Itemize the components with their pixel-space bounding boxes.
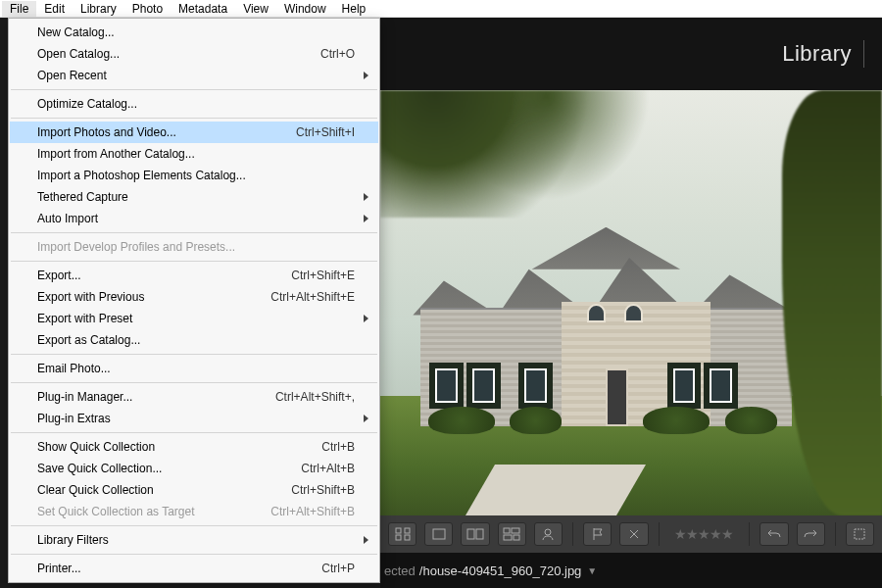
menu-item-open-recent[interactable]: Open Recent [10,65,378,86]
menu-item-import-from-another-catalog[interactable]: Import from Another Catalog... [10,143,378,165]
menubar-item-help[interactable]: Help [334,1,374,17]
menu-item-optimize-catalog[interactable]: Optimize Catalog... [10,93,378,115]
menu-item-shortcut: Ctrl+Alt+Shift+E [270,290,355,304]
menu-separator [11,554,377,555]
menu-item-export[interactable]: Export...Ctrl+Shift+E [10,265,378,286]
menu-item-label: Auto Import [37,212,355,225]
menu-separator [11,354,377,355]
menu-item-label: Library Filters [37,533,355,547]
menu-separator [11,432,377,433]
menu-item-shortcut: Ctrl+O [320,47,355,61]
menu-item-shortcut: Ctrl+Shift+B [291,483,355,497]
menu-item-plug-in-extras[interactable]: Plug-in Extras [10,408,378,429]
menu-item-shortcut: Ctrl+Shift+I [296,125,355,139]
menu-item-label: Printer... [37,562,321,575]
menu-item-label: Export... [37,269,291,282]
menu-item-shortcut: Ctrl+Shift+E [291,269,355,282]
menu-item-label: New Catalog... [37,25,355,39]
svg-rect-2 [396,535,401,540]
menu-item-open-catalog[interactable]: Open Catalog...Ctrl+O [10,43,378,65]
menu-item-clear-quick-collection[interactable]: Clear Quick CollectionCtrl+Shift+B [10,479,378,501]
svg-rect-1 [405,528,410,533]
menu-item-printer[interactable]: Printer...Ctrl+P [10,558,378,579]
menu-item-label: Import from Another Catalog... [37,147,355,161]
menubar-item-library[interactable]: Library [73,1,124,17]
svg-point-11 [545,529,551,535]
menu-item-show-quick-collection[interactable]: Show Quick CollectionCtrl+B [10,436,378,458]
flag-reject-button[interactable] [619,522,648,546]
menu-item-plug-in-manager[interactable]: Plug-in Manager...Ctrl+Alt+Shift+, [10,386,378,408]
module-picker: Library [380,18,882,90]
menubar-item-edit[interactable]: Edit [36,1,73,17]
menu-item-label: Tethered Capture [37,190,355,204]
menu-separator [11,525,377,526]
chevron-down-icon[interactable]: ▼ [581,565,597,576]
menu-item-tethered-capture[interactable]: Tethered Capture [10,186,378,208]
menu-item-export-as-catalog[interactable]: Export as Catalog... [10,329,378,351]
menu-item-import-a-photoshop-elements-catalog[interactable]: Import a Photoshop Elements Catalog... [10,165,378,186]
survey-view-button[interactable] [498,522,526,546]
menu-item-export-with-preset[interactable]: Export with Preset [10,308,378,329]
menu-item-shortcut: Ctrl+B [321,440,355,454]
toolbar-separator [659,522,660,546]
menu-item-email-photo[interactable]: Email Photo... [10,358,378,379]
rotate-cw-button[interactable] [797,522,825,546]
menu-item-export-with-previous[interactable]: Export with PreviousCtrl+Alt+Shift+E [10,286,378,308]
menu-item-import-photos-and-video[interactable]: Import Photos and Video...Ctrl+Shift+I [10,122,378,143]
menu-item-library-filters[interactable]: Library Filters [10,529,378,551]
menu-separator [11,261,377,262]
menu-item-label: Export with Previous [37,290,270,304]
status-filename[interactable]: /house-409451_960_720.jpg [419,564,582,578]
svg-rect-5 [467,529,474,539]
menu-item-label: Set Quick Collection as Target [37,505,270,518]
svg-rect-0 [396,528,401,533]
menu-item-shortcut: Ctrl+Alt+B [301,462,355,475]
menu-item-label: Email Photo... [37,362,355,375]
menu-item-label: Save Quick Collection... [37,462,301,475]
flag-pick-button[interactable] [583,522,612,546]
menu-item-label: Import Develop Profiles and Presets... [37,240,355,254]
module-separator [863,40,864,68]
crop-button[interactable] [846,522,874,546]
toolbar-separator [572,522,573,546]
people-view-button[interactable] [534,522,563,546]
menu-item-label: Show Quick Collection [37,440,321,454]
menu-item-new-catalog[interactable]: New Catalog... [10,22,378,43]
menu-item-label: Export with Preset [37,312,355,325]
menu-item-label: Plug-in Manager... [37,390,275,404]
menu-separator [11,89,377,90]
menu-item-shortcut: Ctrl+Alt+Shift+B [270,505,355,518]
menu-item-label: Plug-in Extras [37,412,355,425]
grid-view-button[interactable] [388,522,416,546]
toolbar: ★★★★★ [380,515,882,553]
status-bar: ected /house-409451_960_720.jpg ▼ [380,553,882,588]
svg-rect-12 [855,529,864,539]
menu-item-label: Clear Quick Collection [37,483,291,497]
toolbar-separator [749,522,750,546]
menu-separator [11,382,377,383]
menu-item-label: Export as Catalog... [37,333,355,347]
menu-item-label: Open Catalog... [37,47,320,61]
file-menu-dropdown: New Catalog...Open Catalog...Ctrl+OOpen … [8,18,380,583]
loupe-view-button[interactable] [424,522,453,546]
menu-item-save-quick-collection[interactable]: Save Quick Collection...Ctrl+Alt+B [10,458,378,479]
module-library-label[interactable]: Library [782,41,863,67]
menu-separator [11,232,377,233]
menubar-item-view[interactable]: View [235,1,276,17]
svg-rect-3 [405,535,410,540]
rotate-ccw-button[interactable] [760,522,788,546]
menu-item-label: Import Photos and Video... [37,125,296,139]
menubar-item-window[interactable]: Window [276,1,334,17]
menu-item-auto-import[interactable]: Auto Import [10,208,378,229]
menu-item-shortcut: Ctrl+P [321,562,355,575]
status-prefix: ected [384,564,419,578]
image-viewer[interactable] [380,90,882,515]
rating-stars[interactable]: ★★★★★ [668,526,739,542]
menubar-item-file[interactable]: File [2,1,36,17]
compare-view-button[interactable] [461,522,489,546]
toolbar-separator [835,522,836,546]
menu-item-import-develop-profiles-and-presets: Import Develop Profiles and Presets... [10,236,378,258]
menubar-item-photo[interactable]: Photo [124,1,171,17]
menubar-item-metadata[interactable]: Metadata [171,1,235,17]
menu-item-label: Import a Photoshop Elements Catalog... [37,169,355,182]
